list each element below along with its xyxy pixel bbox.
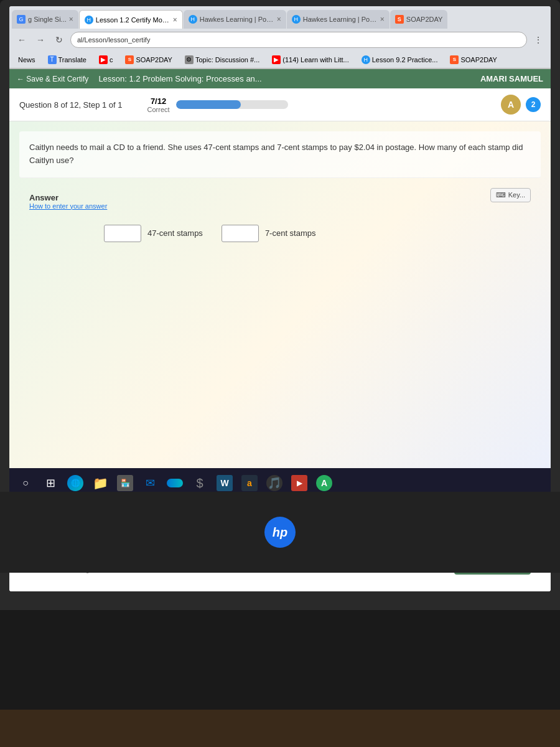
lesson-header: ← Save & Exit Certify Lesson: 1.2 Proble… xyxy=(9,69,551,88)
tab-close-sso[interactable]: × xyxy=(69,15,73,24)
keyboard-icon: ⌨ xyxy=(496,191,506,199)
tab-favicon-soap2day: S xyxy=(395,15,404,24)
soap2day-bookmark-favicon-2: S xyxy=(450,55,459,64)
bookmark-youtube-label: c xyxy=(110,56,113,63)
stamp2-input[interactable] xyxy=(222,225,259,242)
taskbar-explorer-button[interactable]: 📁 xyxy=(89,472,111,494)
progress-section: 7/12 Correct xyxy=(147,96,288,113)
answer-section: Answer How to enter your answer 47-cent … xyxy=(19,183,541,252)
question-text: Caitlyn needs to mail a CD to a friend. … xyxy=(19,131,541,178)
taskbar-app1-button[interactable]: 🎵 xyxy=(263,472,286,494)
avatar: A xyxy=(501,95,521,115)
tab-hawkes-portal[interactable]: H Hawkes Learning | Portal × xyxy=(184,10,286,29)
keyboard-shortcut-button[interactable]: ⌨ Key... xyxy=(490,188,531,202)
tab-favicon-sso: G xyxy=(17,15,26,24)
tab-label-soap2day: SOAP2DAY xyxy=(406,16,443,23)
save-exit-label: ← Save & Exit Certify xyxy=(17,75,88,83)
discussion-favicon: ⚙ xyxy=(185,55,194,64)
taskbar-app2-button[interactable]: ▶ xyxy=(288,472,310,494)
how-to-link[interactable]: How to enter your answer xyxy=(29,202,531,210)
amazon-icon: a xyxy=(241,475,258,491)
taskbar-amazon-button[interactable]: a xyxy=(238,472,261,494)
forward-button[interactable]: → xyxy=(33,32,48,47)
store-icon: 🏪 xyxy=(117,475,133,491)
tab-label-sso: g Single Si... xyxy=(28,16,67,23)
score-value: 7/12 xyxy=(147,96,170,106)
address-text: al/Lesson/lesson_certify xyxy=(77,36,150,44)
back-button[interactable]: ← xyxy=(14,32,29,47)
tab-label-lesson: Lesson 1.2 Certify Mode Qu... xyxy=(96,16,170,24)
tab-close-lesson[interactable]: × xyxy=(173,16,177,24)
answer-label-group: Answer How to enter your answer xyxy=(29,193,531,210)
bookmark-lesson-practice-label: Lesson 9.2 Practice... xyxy=(372,56,438,63)
learn-favicon: ▶ xyxy=(272,55,281,64)
save-exit-button[interactable]: ← Save & Exit Certify xyxy=(17,75,88,83)
tab-label-portal: Hawkes Learning | Portal xyxy=(200,16,274,23)
bookmark-soap2day[interactable]: S SOAP2DAY xyxy=(121,54,176,65)
stamp1-input[interactable] xyxy=(104,225,141,242)
word-icon: W xyxy=(217,475,233,491)
bookmark-news-label: News xyxy=(18,56,35,63)
stamp1-label: 47-cent stamps xyxy=(147,228,203,238)
bookmark-soap2day-label: SOAP2DAY xyxy=(136,56,172,63)
edge-icon: 🌐 xyxy=(67,475,83,491)
extensions-button[interactable]: ⋮ xyxy=(531,32,546,47)
avatar-section: A 2 xyxy=(501,95,541,115)
tab-favicon-portal: H xyxy=(189,15,197,24)
bookmark-discussion[interactable]: ⚙ Topic: Discussion #... xyxy=(181,54,263,65)
score-display: 7/12 Correct xyxy=(147,96,170,113)
youtube-favicon: ▶ xyxy=(99,55,108,64)
tab-favicon-lesson: H xyxy=(85,16,93,24)
bookmark-discussion-label: Topic: Discussion #... xyxy=(195,56,259,63)
soap2day-bookmark-favicon: S xyxy=(125,55,134,64)
taskbar-start-button[interactable]: ○ xyxy=(14,472,37,494)
bookmark-soap2day-2[interactable]: S SOAP2DAY xyxy=(446,54,501,65)
translate-favicon: T xyxy=(48,55,57,64)
bookmark-learn[interactable]: ▶ (114) Learn with Litt... xyxy=(268,54,352,65)
badge: 2 xyxy=(526,97,541,112)
tab-favicon-portal2: H xyxy=(292,15,301,24)
bookmarks-bar: News T Translate ▶ c S SOAP2DAY ⚙ Topic:… xyxy=(9,51,551,68)
onedrive-icon xyxy=(167,479,183,487)
taskbar-onedrive-button[interactable] xyxy=(164,472,186,494)
taskbar-edge-button[interactable]: 🌐 xyxy=(64,472,86,494)
desk-surface xyxy=(0,710,560,747)
address-bar-row: ← → ↻ al/Lesson/lesson_certify ⋮ xyxy=(9,29,551,51)
tab-soap2day[interactable]: S SOAP2DAY xyxy=(390,10,448,29)
bookmark-learn-label: (114) Learn with Litt... xyxy=(282,56,348,63)
tab-close-portal[interactable]: × xyxy=(277,15,281,24)
stamp2-label: 7-cent stamps xyxy=(265,228,316,238)
question-number: Question 8 of 12, Step 1 of 1 xyxy=(19,100,123,110)
tab-lesson-certify[interactable]: H Lesson 1.2 Certify Mode Qu... × xyxy=(79,10,183,29)
user-name: AMARI SAMUEL xyxy=(480,74,543,83)
tab-close-portal2[interactable]: × xyxy=(380,15,385,24)
tab-bar: G g Single Si... × H Lesson 1.2 Certify … xyxy=(9,6,551,29)
lesson-practice-favicon: H xyxy=(362,55,370,64)
lesson-title: Lesson: 1.2 Problem Solving: Processes a… xyxy=(98,74,261,83)
taskbar-dollar-button[interactable]: $ xyxy=(189,472,211,494)
refresh-button[interactable]: ↻ xyxy=(52,32,67,47)
address-bar[interactable]: al/Lesson/lesson_certify xyxy=(70,32,527,48)
app1-icon: 🎵 xyxy=(266,475,282,491)
taskbar-mail-button[interactable]: ✉ xyxy=(139,472,161,494)
tab-sso[interactable]: G g Single Si... × xyxy=(12,10,78,29)
bookmark-news[interactable]: News xyxy=(14,55,39,65)
answer-label: Answer xyxy=(29,193,531,202)
stamp-input-row: 47-cent stamps 7-cent stamps xyxy=(104,225,531,242)
taskbar-store-button[interactable]: 🏪 xyxy=(114,472,136,494)
bookmark-translate[interactable]: T Translate xyxy=(44,54,90,65)
app2-icon: ▶ xyxy=(291,475,307,491)
bookmark-lesson-practice[interactable]: H Lesson 9.2 Practice... xyxy=(358,54,442,65)
hp-logo: hp xyxy=(264,517,296,548)
taskbar-app3-button[interactable]: A xyxy=(313,472,335,494)
bookmark-youtube[interactable]: ▶ c xyxy=(95,54,117,65)
laptop-bottom-bezel: hp xyxy=(0,492,560,573)
tab-label-portal2: Hawkes Learning | Portal xyxy=(303,16,378,23)
bookmark-soap2day-2-label: SOAP2DAY xyxy=(460,56,497,63)
taskbar-search-button[interactable]: ⊞ xyxy=(39,472,62,494)
tab-hawkes-portal-2[interactable]: H Hawkes Learning | Portal × xyxy=(287,10,390,29)
keyboard-btn-label: Key... xyxy=(508,191,525,199)
taskbar-word-button[interactable]: W xyxy=(213,472,236,494)
bookmark-translate-label: Translate xyxy=(58,56,86,63)
progress-bar-fill xyxy=(176,100,241,109)
